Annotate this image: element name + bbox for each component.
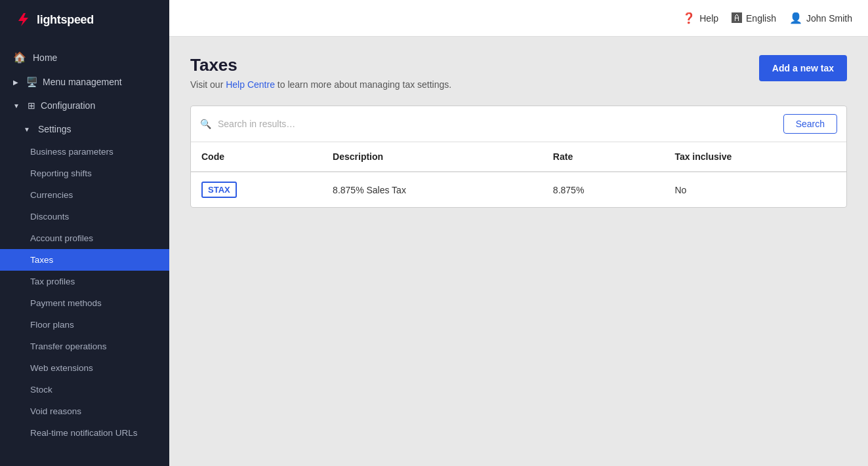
help-centre-link[interactable]: Help Centre	[226, 79, 275, 90]
table-row: STAX 8.875% Sales Tax 8.875% No	[191, 172, 846, 207]
sidebar-item-configuration[interactable]: ▼ ⊞ Configuration	[0, 94, 169, 117]
sidebar-item-taxes-label: Taxes	[30, 255, 53, 265]
sidebar-item-tax-profiles-label: Tax profiles	[30, 277, 75, 286]
sidebar-nav: 🏠 Home ▶ 🖥️ Menu management ▼ ⊞ Configur…	[0, 39, 169, 466]
search-row: 🔍 Search	[191, 106, 846, 142]
sidebar: lightspeed 🏠 Home ▶ 🖥️ Menu management ▼…	[0, 0, 169, 466]
page-content: Taxes Visit our Help Centre to learn mor…	[169, 37, 868, 466]
page-header: Taxes Visit our Help Centre to learn mor…	[190, 55, 847, 90]
help-icon: ❓	[682, 12, 695, 24]
table-body: STAX 8.875% Sales Tax 8.875% No	[191, 172, 846, 207]
config-icon: ⊞	[28, 100, 35, 111]
cell-code: STAX	[191, 172, 322, 207]
table-header: Code Description Rate Tax inclusive	[191, 142, 846, 172]
help-label: Help	[699, 13, 718, 24]
sidebar-item-discounts[interactable]: Discounts	[0, 206, 169, 227]
menu-icon: 🖥️	[26, 77, 37, 87]
taxes-table-container: 🔍 Search Code Description Rate Tax inclu…	[190, 106, 847, 208]
search-button[interactable]: Search	[783, 114, 837, 134]
sidebar-item-stock[interactable]: Stock	[0, 379, 169, 400]
sidebar-item-menu-management-label: Menu management	[43, 77, 122, 87]
sidebar-item-transfer-operations-label: Transfer operations	[30, 341, 107, 351]
search-input[interactable]	[218, 119, 777, 129]
sidebar-item-currencies[interactable]: Currencies	[0, 184, 169, 206]
sidebar-item-home-label: Home	[33, 52, 57, 63]
sidebar-item-discounts-label: Discounts	[30, 212, 69, 222]
sidebar-item-account-profiles-label: Account profiles	[30, 233, 93, 243]
language-icon: 🅰	[732, 12, 742, 24]
logo-text: lightspeed	[37, 13, 94, 27]
sidebar-item-business-parameters-label: Business parameters	[30, 147, 114, 157]
sidebar-item-home[interactable]: 🏠 Home	[0, 45, 169, 70]
page-title-block: Taxes Visit our Help Centre to learn mor…	[190, 55, 451, 90]
chevron-right-icon: ▶	[13, 79, 18, 86]
user-icon: 👤	[789, 12, 802, 24]
col-header-code: Code	[191, 142, 322, 172]
help-button[interactable]: ❓ Help	[682, 12, 718, 24]
home-icon: 🏠	[13, 51, 26, 64]
lightspeed-logo-icon	[13, 10, 31, 29]
page-title: Taxes	[190, 55, 451, 75]
cell-tax-inclusive: No	[664, 172, 846, 207]
user-label: John Smith	[806, 13, 852, 24]
user-menu[interactable]: 👤 John Smith	[789, 12, 852, 24]
sidebar-item-reporting-shifts[interactable]: Reporting shifts	[0, 163, 169, 184]
sidebar-item-configuration-label: Configuration	[41, 100, 95, 111]
sidebar-item-realtime-notification-label: Real-time notification URLs	[30, 428, 138, 438]
sidebar-item-floor-plans-label: Floor plans	[30, 320, 74, 330]
sidebar-logo: lightspeed	[0, 0, 169, 39]
sidebar-item-currencies-label: Currencies	[30, 190, 73, 200]
cell-description: 8.875% Sales Tax	[322, 172, 543, 207]
sidebar-item-floor-plans[interactable]: Floor plans	[0, 314, 169, 336]
sidebar-item-void-reasons-label: Void reasons	[30, 406, 81, 416]
sidebar-item-business-parameters[interactable]: Business parameters	[0, 141, 169, 163]
top-header: ❓ Help 🅰 English 👤 John Smith	[169, 0, 868, 37]
cell-rate: 8.875%	[543, 172, 665, 207]
sidebar-item-payment-methods[interactable]: Payment methods	[0, 292, 169, 314]
chevron-down-icon: ▼	[13, 102, 20, 109]
sidebar-item-account-profiles[interactable]: Account profiles	[0, 227, 169, 249]
sidebar-item-settings[interactable]: ▼ Settings	[0, 117, 169, 141]
sidebar-item-taxes[interactable]: Taxes	[0, 249, 169, 271]
add-new-tax-button[interactable]: Add a new tax	[759, 55, 847, 81]
language-selector[interactable]: 🅰 English	[732, 12, 776, 24]
sidebar-item-transfer-operations[interactable]: Transfer operations	[0, 336, 169, 357]
subtitle-rest: to learn more about managing tax setting…	[275, 79, 451, 90]
subtitle-text: Visit our	[190, 79, 226, 90]
sidebar-item-menu-management[interactable]: ▶ 🖥️ Menu management	[0, 70, 169, 94]
main-content: ❓ Help 🅰 English 👤 John Smith Taxes Visi…	[169, 0, 868, 466]
code-badge-stax[interactable]: STAX	[201, 182, 237, 198]
sidebar-item-tax-profiles[interactable]: Tax profiles	[0, 271, 169, 292]
search-icon: 🔍	[200, 119, 211, 129]
col-header-tax-inclusive: Tax inclusive	[664, 142, 846, 172]
page-subtitle: Visit our Help Centre to learn more abou…	[190, 79, 451, 90]
sidebar-item-stock-label: Stock	[30, 385, 52, 395]
sidebar-item-payment-methods-label: Payment methods	[30, 298, 102, 308]
sidebar-item-realtime-notification[interactable]: Real-time notification URLs	[0, 422, 169, 444]
col-header-description: Description	[322, 142, 543, 172]
sidebar-item-settings-label: Settings	[38, 124, 72, 134]
sidebar-item-reporting-shifts-label: Reporting shifts	[30, 168, 92, 178]
taxes-table: Code Description Rate Tax inclusive STAX…	[191, 142, 846, 207]
sidebar-item-web-extensions[interactable]: Web extensions	[0, 357, 169, 379]
col-header-rate: Rate	[543, 142, 665, 172]
settings-chevron-icon: ▼	[24, 126, 30, 133]
sidebar-item-void-reasons[interactable]: Void reasons	[0, 400, 169, 422]
sidebar-item-web-extensions-label: Web extensions	[30, 363, 93, 373]
language-label: English	[746, 13, 776, 24]
